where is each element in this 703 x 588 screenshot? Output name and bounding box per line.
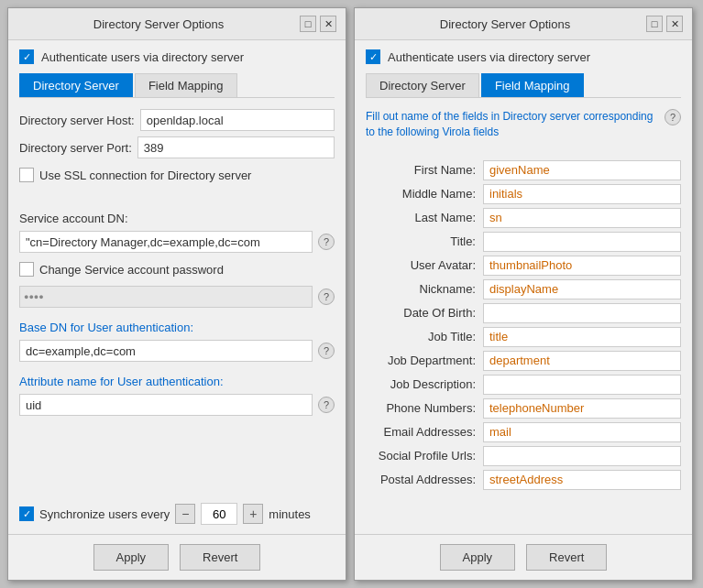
attr-row: ? xyxy=(19,394,335,416)
left-form-section: Directory server Host: Directory server … xyxy=(19,109,335,525)
left-restore-button[interactable]: □ xyxy=(300,16,316,32)
mapping-row-title-field: Title: xyxy=(366,232,681,252)
mapping-label-first-name: First Name: xyxy=(366,163,476,177)
service-account-help-icon[interactable]: ? xyxy=(318,234,335,250)
port-row: Directory server Port: xyxy=(19,136,335,158)
mapping-label-user-avatar: User Avatar: xyxy=(366,258,476,272)
mapping-label-last-name: Last Name: xyxy=(366,211,476,224)
field-mapping-info: Fill out name of the fields in Directory… xyxy=(366,109,681,140)
service-account-input[interactable] xyxy=(19,231,313,253)
ssl-checkbox[interactable] xyxy=(19,168,34,182)
left-tab-directory-server[interactable]: Directory Server xyxy=(19,73,133,97)
mapping-label-date-of-birth: Date Of Birth: xyxy=(366,306,476,320)
ssl-row: Use SSL connection for Directory server xyxy=(19,168,335,182)
port-label: Directory server Port: xyxy=(19,141,132,155)
field-mapping-help-icon[interactable]: ? xyxy=(665,109,681,125)
attr-input[interactable] xyxy=(19,394,313,416)
mapping-input-email-addresses[interactable] xyxy=(483,422,681,442)
left-auth-check-icon: ✓ xyxy=(23,51,31,63)
base-dn-row: ? xyxy=(19,340,335,362)
mapping-input-postal-addresses[interactable] xyxy=(483,470,681,490)
mapping-row-nickname: Nickname: xyxy=(366,279,681,299)
mapping-input-job-description[interactable] xyxy=(483,375,681,395)
mapping-input-job-title[interactable] xyxy=(483,327,681,347)
mapping-label-job-title: Job Title: xyxy=(366,330,476,343)
base-dn-help-icon[interactable]: ? xyxy=(318,343,335,359)
port-input[interactable] xyxy=(137,136,335,158)
mapping-label-job-department: Job Department: xyxy=(366,354,476,367)
left-revert-button[interactable]: Revert xyxy=(180,544,260,571)
left-apply-button[interactable]: Apply xyxy=(93,544,170,571)
sync-increment-button[interactable]: + xyxy=(243,504,263,524)
base-dn-input[interactable] xyxy=(19,340,313,362)
mapping-input-social-profile-urls[interactable] xyxy=(483,446,681,466)
mapping-label-middle-name: Middle Name: xyxy=(366,187,476,201)
left-dialog: Directory Server Options □ ✕ ✓ Authentic… xyxy=(7,7,346,581)
left-dialog-title: Directory Server Options xyxy=(17,17,300,31)
service-account-row: ? xyxy=(19,231,335,253)
right-revert-button[interactable]: Revert xyxy=(526,544,607,571)
mapping-row-date-of-birth: Date Of Birth: xyxy=(366,303,681,323)
mapping-input-first-name[interactable] xyxy=(483,160,681,180)
right-auth-checkbox[interactable]: ✓ xyxy=(366,49,380,64)
field-mapping-table: First Name:Middle Name:Last Name:Title:U… xyxy=(366,160,681,525)
sync-check-icon: ✓ xyxy=(23,508,31,520)
mapping-input-last-name[interactable] xyxy=(483,208,681,228)
mapping-label-job-description: Job Description: xyxy=(366,377,476,391)
right-auth-row: ✓ Authenticate users via directory serve… xyxy=(366,49,681,64)
attr-help-icon[interactable]: ? xyxy=(318,397,335,413)
sync-label: Synchronize users every xyxy=(39,507,170,521)
left-close-button[interactable]: ✕ xyxy=(320,16,336,32)
password-help-icon[interactable]: ? xyxy=(318,289,335,305)
right-title-bar: Directory Server Options □ ✕ xyxy=(355,8,692,40)
mapping-label-email-addresses: Email Addresses: xyxy=(366,425,476,439)
sync-row: ✓ Synchronize users every − + minutes xyxy=(19,503,335,525)
mapping-input-job-department[interactable] xyxy=(483,351,681,371)
change-password-row: Change Service account password xyxy=(19,262,335,277)
left-auth-row: ✓ Authenticate users via directory serve… xyxy=(19,49,335,64)
mapping-input-date-of-birth[interactable] xyxy=(483,303,681,323)
left-auth-checkbox[interactable]: ✓ xyxy=(19,49,34,64)
right-footer: Apply Revert xyxy=(355,534,692,580)
right-auth-check-icon: ✓ xyxy=(369,51,378,63)
mapping-row-user-avatar: User Avatar: xyxy=(366,256,681,276)
change-password-label: Change Service account password xyxy=(39,263,224,277)
right-tab-field-mapping[interactable]: Field Mapping xyxy=(481,73,584,97)
password-dots: ●●●● xyxy=(19,286,313,308)
host-row: Directory server Host: xyxy=(19,109,335,131)
mapping-row-last-name: Last Name: xyxy=(366,208,681,228)
sync-checkbox[interactable]: ✓ xyxy=(19,506,34,521)
mapping-row-phone-numbers: Phone Numbers: xyxy=(366,398,681,419)
right-tab-directory-server[interactable]: Directory Server xyxy=(366,73,479,97)
mapping-label-title-field: Title: xyxy=(366,234,476,248)
right-restore-button[interactable]: □ xyxy=(646,16,663,32)
mapping-input-title-field[interactable] xyxy=(483,232,681,252)
left-tab-field-mapping[interactable]: Field Mapping xyxy=(135,73,237,97)
password-row: ●●●● ? xyxy=(19,286,335,308)
info-row: Fill out name of the fields in Directory… xyxy=(366,109,681,151)
left-dialog-content: ✓ Authenticate users via directory serve… xyxy=(8,40,346,534)
sync-value-input[interactable] xyxy=(201,503,237,525)
mapping-input-middle-name[interactable] xyxy=(483,184,681,204)
host-input[interactable] xyxy=(140,109,335,131)
mapping-input-phone-numbers[interactable] xyxy=(483,398,681,419)
right-apply-button[interactable]: Apply xyxy=(440,544,516,571)
ssl-label: Use SSL connection for Directory server xyxy=(39,169,251,182)
mapping-row-postal-addresses: Postal Addresses: xyxy=(366,470,681,490)
left-title-bar: Directory Server Options □ ✕ xyxy=(8,8,346,40)
mapping-row-job-title: Job Title: xyxy=(366,327,681,347)
left-tabs: Directory Server Field Mapping xyxy=(19,73,335,98)
mapping-row-middle-name: Middle Name: xyxy=(366,184,681,204)
right-dialog-content: ✓ Authenticate users via directory serve… xyxy=(355,40,692,534)
change-password-checkbox[interactable] xyxy=(19,262,34,277)
sync-decrement-button[interactable]: − xyxy=(175,504,195,524)
mapping-row-job-description: Job Description: xyxy=(366,375,681,395)
left-title-buttons: □ ✕ xyxy=(300,16,336,32)
mapping-row-social-profile-urls: Social Profile Urls: xyxy=(366,446,681,466)
mapping-input-user-avatar[interactable] xyxy=(483,256,681,276)
attr-label: Attribute name for User authentication: xyxy=(19,375,335,388)
right-auth-label: Authenticate users via directory server xyxy=(388,50,590,64)
mapping-input-nickname[interactable] xyxy=(483,279,681,299)
mapping-label-social-profile-urls: Social Profile Urls: xyxy=(366,449,476,463)
right-close-button[interactable]: ✕ xyxy=(666,16,683,32)
